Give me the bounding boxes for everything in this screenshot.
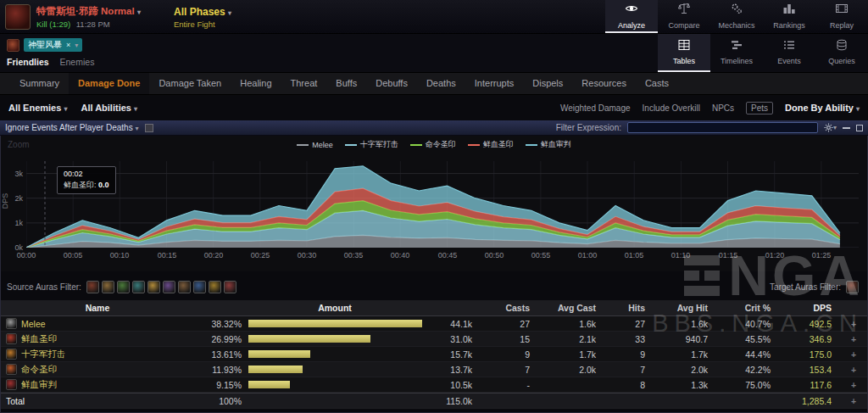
ability-icon	[6, 379, 17, 390]
view-tab-events[interactable]: Events	[763, 34, 815, 72]
phase-selector[interactable]: All Phases ▾ Entire Fight	[174, 0, 275, 33]
minimize-icon[interactable]	[843, 127, 850, 129]
nav-item-resources[interactable]: Resources	[572, 73, 636, 94]
aura-icon[interactable]	[846, 281, 859, 293]
ability-name[interactable]: 十字军打击	[21, 349, 66, 360]
filter-option-npcs[interactable]: NPCs	[712, 103, 734, 113]
col-header-name[interactable]: Name	[1, 303, 194, 313]
dps-chart[interactable]: Zoom Melee十字军打击命令圣印鲜血圣印鲜血审判 DPS 3k2k1k0k…	[1, 136, 867, 271]
all-abilities-dropdown[interactable]: All Abilities ▾	[81, 103, 137, 113]
aura-icon[interactable]	[117, 281, 130, 293]
aura-icon[interactable]	[178, 281, 191, 293]
legend-item[interactable]: 鲜血审判	[526, 139, 571, 150]
legend-item[interactable]: Melee	[297, 139, 333, 150]
col-header-amount[interactable]: Amount	[194, 303, 476, 313]
main-tab-replay[interactable]: Replay	[815, 0, 868, 33]
expand-row-button[interactable]: +	[840, 396, 867, 406]
ignore-deaths-dropdown[interactable]: Ignore Events After Player Deaths ▾	[5, 123, 138, 132]
expand-row-button[interactable]: +	[840, 365, 867, 375]
filter-option-done-by-ability[interactable]: Done By Ability ▾	[785, 103, 860, 113]
filter-expression-input[interactable]	[627, 122, 818, 133]
tab-label: Analyze	[618, 21, 645, 30]
ability-name[interactable]: 命令圣印	[21, 364, 57, 376]
col-header-avg-cast[interactable]: Avg Cast	[538, 303, 604, 313]
legend-item[interactable]: 十字军打击	[345, 139, 398, 150]
nav-item-debuffs[interactable]: Debuffs	[366, 73, 417, 94]
aura-icon[interactable]	[224, 281, 236, 293]
legend-swatch	[297, 144, 309, 146]
expand-row-button[interactable]: +	[840, 349, 867, 360]
nav-item-healing[interactable]: Healing	[231, 73, 281, 94]
aura-icon[interactable]	[132, 281, 145, 293]
damage-percent: 26.99%	[194, 334, 242, 344]
close-icon[interactable]: ×	[66, 41, 70, 49]
aura-icon[interactable]	[163, 281, 175, 293]
expand-row-button[interactable]: +	[840, 334, 867, 344]
nav-item-deaths[interactable]: Deaths	[417, 73, 465, 94]
damage-percent: 38.32%	[194, 319, 242, 329]
boss-selector[interactable]: 特雷斯坦·邪蹄 Normal ▾ Kill (1:29) 11:28 PM	[0, 0, 174, 33]
ignore-deaths-checkbox[interactable]	[145, 124, 153, 132]
col-header-hits[interactable]: Hits	[604, 303, 654, 313]
main-tab-mechanics[interactable]: Mechanics	[710, 0, 763, 33]
nav-item-dispels[interactable]: Dispels	[523, 73, 572, 94]
col-header-casts[interactable]: Casts	[476, 303, 538, 313]
player-filter-badge[interactable]: 神聖风暴 × ▾	[24, 38, 82, 52]
view-tab-timelines[interactable]: Timelines	[710, 34, 763, 72]
enemies-toggle[interactable]: Enemies	[60, 57, 95, 67]
table-row[interactable]: 鲜血审判 9.15% 10.5k - 8 1.3k 75.0% 117.6 +	[1, 377, 867, 393]
ability-name[interactable]: Melee	[21, 319, 46, 329]
tab-label: Tables	[673, 57, 695, 65]
legend-label: 命令圣印	[426, 139, 456, 150]
friendlies-toggle[interactable]: Friendlies	[7, 57, 49, 67]
expand-row-button[interactable]: +	[840, 380, 867, 390]
aura-icon[interactable]	[209, 281, 221, 293]
nav-item-casts[interactable]: Casts	[636, 73, 678, 94]
legend-label: 十字军打击	[360, 139, 398, 150]
filter-option-weighted-damage[interactable]: Weighted Damage	[560, 103, 631, 113]
aura-icon[interactable]	[86, 281, 99, 293]
aura-icon[interactable]	[193, 281, 206, 293]
nav-item-buffs[interactable]: Buffs	[326, 73, 366, 94]
main-tab-rankings[interactable]: Rankings	[763, 0, 815, 33]
all-enemies-dropdown[interactable]: All Enemies ▾	[8, 103, 67, 113]
total-label: Total	[6, 396, 25, 406]
view-tabs: Tables Timelines Events Queries	[658, 34, 868, 72]
damage-percent: 11.93%	[194, 365, 242, 375]
dps-value: 153.4	[779, 365, 840, 375]
nav-item-threat[interactable]: Threat	[281, 73, 327, 94]
view-tab-tables[interactable]: Tables	[658, 34, 710, 72]
main-tab-compare[interactable]: Compare	[658, 0, 710, 33]
table-row[interactable]: Melee 38.32% 44.1k 27 1.6k 27 1.6k 40.7%…	[1, 316, 867, 332]
gears-icon	[730, 2, 743, 19]
aura-icon[interactable]	[102, 281, 114, 293]
expand-row-button[interactable]: +	[840, 319, 867, 329]
kill-label: Kill (1:29)	[36, 20, 70, 29]
popout-icon[interactable]	[856, 125, 863, 131]
nav-item-damage-done[interactable]: Damage Done	[69, 73, 149, 94]
col-header-avg-hit[interactable]: Avg Hit	[654, 303, 716, 313]
x-tick-label: 01:05	[625, 251, 644, 260]
col-header-dps[interactable]: DPS	[779, 303, 840, 313]
legend-item[interactable]: 命令圣印	[410, 139, 456, 150]
table-row[interactable]: 鲜血圣印 26.99% 31.0k 15 2.1k 33 940.7 45.5%…	[1, 332, 867, 347]
x-tick-label: 00:45	[438, 251, 458, 260]
aura-icon[interactable]	[147, 281, 160, 293]
ability-name[interactable]: 鲜血圣印	[21, 333, 57, 345]
nav-item-interrupts[interactable]: Interrupts	[465, 73, 523, 94]
view-tab-queries[interactable]: Queries	[815, 34, 868, 72]
filter-option-pets[interactable]: Pets	[746, 102, 773, 114]
chevron-down-icon: ▾	[75, 42, 78, 49]
filter-option-include-overkill[interactable]: Include Overkill	[643, 103, 700, 113]
nav-item-summary[interactable]: Summary	[10, 73, 69, 94]
ability-name[interactable]: 鲜血审判	[21, 379, 57, 391]
table-row[interactable]: 命令圣印 11.93% 13.7k 7 2.0k 7 2.0k 42.2% 15…	[1, 362, 867, 377]
main-tab-analyze[interactable]: Analyze	[605, 0, 658, 33]
table-row[interactable]: 十字军打击 13.61% 15.7k 9 1.7k 9 1.7k 44.4% 1…	[1, 347, 867, 362]
nav-item-damage-taken[interactable]: Damage Taken	[149, 73, 231, 94]
legend-item[interactable]: 鲜血圣印	[468, 139, 514, 150]
ability-icon	[6, 364, 17, 375]
col-header-crit[interactable]: Crit %	[716, 303, 779, 313]
x-tick-label: 00:15	[158, 251, 177, 260]
gear-icon[interactable]: ▾	[824, 123, 837, 132]
